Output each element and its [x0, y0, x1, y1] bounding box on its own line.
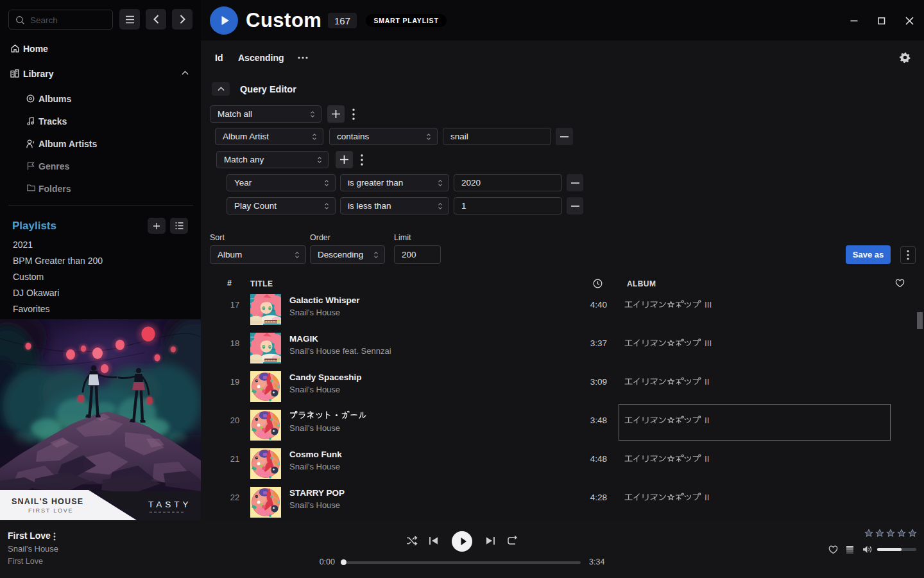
svg-text:FIRST LOVE: FIRST LOVE: [28, 507, 73, 514]
svg-text:TASTY: TASTY: [148, 500, 192, 509]
svg-text:SNAIL'S HOUSE: SNAIL'S HOUSE: [12, 497, 83, 506]
